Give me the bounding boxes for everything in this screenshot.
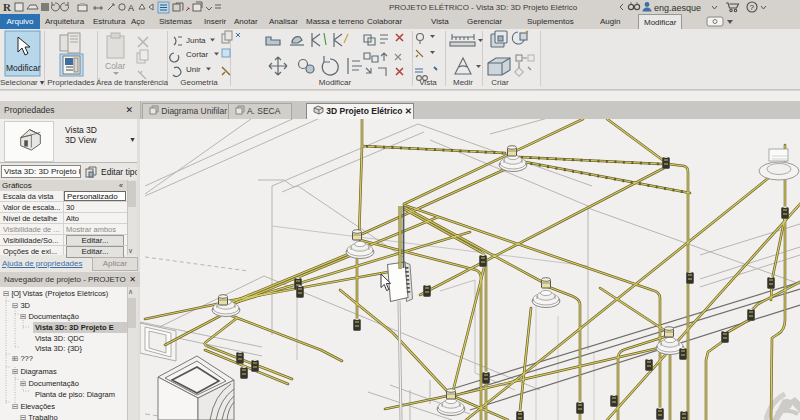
svg-text:Junta: Junta — [186, 36, 206, 45]
svg-text:R: R — [3, 1, 12, 13]
svg-text:Modificar: Modificar — [6, 63, 41, 73]
svg-text:Colar: Colar — [105, 61, 125, 71]
svg-text:?: ? — [750, 3, 755, 12]
svg-text:Unir: Unir — [186, 65, 201, 74]
svg-text:A: A — [128, 3, 134, 13]
svg-text:eng.aesque: eng.aesque — [654, 3, 701, 13]
svg-text:Cortar: Cortar — [186, 50, 209, 59]
